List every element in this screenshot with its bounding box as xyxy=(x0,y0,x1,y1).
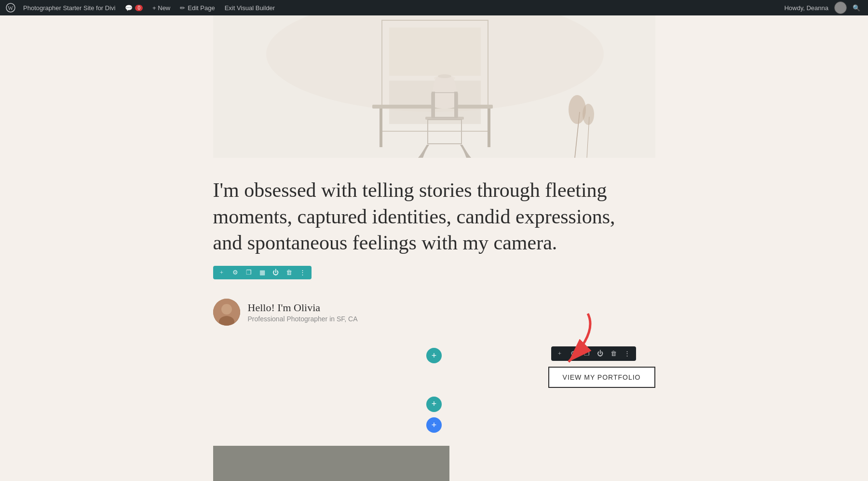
new-button[interactable]: + New xyxy=(149,0,174,15)
author-name: Hello! I'm Olivia xyxy=(248,302,358,314)
hero-image-bg xyxy=(213,15,655,158)
exit-vb-button[interactable]: Exit Visual Builder xyxy=(221,0,279,15)
edit-page-label: Edit Page xyxy=(188,4,215,12)
dark-toolbar-more-icon[interactable]: ⋮ xyxy=(623,349,632,358)
toolbar-duplicate-icon[interactable]: ❐ xyxy=(244,268,254,277)
author-title: Professional Photographer in SF, CA xyxy=(248,315,358,323)
svg-text:W: W xyxy=(8,5,14,12)
svg-rect-5 xyxy=(389,27,481,76)
svg-rect-17 xyxy=(454,92,458,118)
svg-point-12 xyxy=(438,74,451,78)
add-section-btn-below-portfolio[interactable]: + xyxy=(426,397,442,412)
add-section-btn-1[interactable]: + xyxy=(426,348,442,363)
add-section-btn-2[interactable]: + xyxy=(426,417,442,433)
svg-point-21 xyxy=(583,104,594,125)
user-avatar[interactable] xyxy=(834,1,847,14)
edit-page-button[interactable]: ✏ Edit Page xyxy=(176,0,218,15)
svg-rect-9 xyxy=(488,109,490,147)
bottom-gray-image xyxy=(213,446,449,481)
svg-point-23 xyxy=(221,304,232,315)
dark-toolbar-settings-icon[interactable]: ⚙ xyxy=(569,349,578,358)
svg-rect-16 xyxy=(432,92,435,118)
dark-toolbar-delete-icon[interactable]: 🗑 xyxy=(609,349,619,358)
toolbar-settings-icon[interactable]: ⚙ xyxy=(231,268,240,277)
comments-button[interactable]: 💬 0 xyxy=(121,0,147,15)
howdy-label[interactable]: Howdy, Deanna xyxy=(780,0,832,15)
svg-rect-8 xyxy=(380,109,382,147)
admin-bar: W Photographer Starter Site for Divi 💬 0… xyxy=(0,0,868,15)
dark-toolbar-toggle-icon[interactable]: ⏻ xyxy=(596,349,605,358)
pencil-icon: ✏ xyxy=(180,4,185,12)
author-bio: Hello! I'm Olivia Professional Photograp… xyxy=(213,294,655,330)
author-avatar xyxy=(213,299,240,326)
hero-illustration xyxy=(213,15,655,158)
portfolio-section: + ⚙ ❐ ⏻ 🗑 ⋮ View My Portfolio + xyxy=(213,367,655,388)
author-info: Hello! I'm Olivia Professional Photograp… xyxy=(248,302,358,323)
toolbar-toggle-icon[interactable]: ⏻ xyxy=(271,268,281,277)
portfolio-btn-container: + ⚙ ❐ ⏻ 🗑 ⋮ View My Portfolio + xyxy=(213,367,655,388)
page-content: I'm obsessed with telling stories throug… xyxy=(0,15,868,481)
hero-image xyxy=(213,15,655,158)
toolbar-more-icon[interactable]: ⋮ xyxy=(298,268,308,277)
portfolio-btn-label: View My Portfolio xyxy=(563,373,641,381)
main-headline: I'm obsessed with telling stories throug… xyxy=(213,177,628,256)
comment-icon: 💬 xyxy=(125,4,133,12)
site-name[interactable]: Photographer Starter Site for Divi xyxy=(19,0,119,15)
wp-logo-icon[interactable]: W xyxy=(4,1,17,14)
portfolio-button[interactable]: View My Portfolio xyxy=(548,367,655,388)
dark-toolbar-add-icon[interactable]: + xyxy=(555,349,565,358)
toolbar-add-icon[interactable]: + xyxy=(217,268,227,277)
divi-teal-toolbar: + ⚙ ❐ ▦ ⏻ 🗑 ⋮ xyxy=(213,266,312,279)
comment-count: 0 xyxy=(135,5,143,11)
toolbar-columns-icon[interactable]: ▦ xyxy=(258,268,267,277)
dark-toolbar-duplicate-icon[interactable]: ❐ xyxy=(582,349,592,358)
admin-bar-right: Howdy, Deanna 🔍 xyxy=(780,0,864,15)
main-text-section: I'm obsessed with telling stories throug… xyxy=(213,158,655,340)
divi-dark-toolbar: + ⚙ ❐ ⏻ 🗑 ⋮ xyxy=(551,346,636,361)
add-section-row-2: + xyxy=(213,414,655,436)
bottom-image-section: + xyxy=(213,446,655,481)
toolbar-delete-icon[interactable]: 🗑 xyxy=(285,268,294,277)
search-button[interactable]: 🔍 xyxy=(849,0,864,15)
